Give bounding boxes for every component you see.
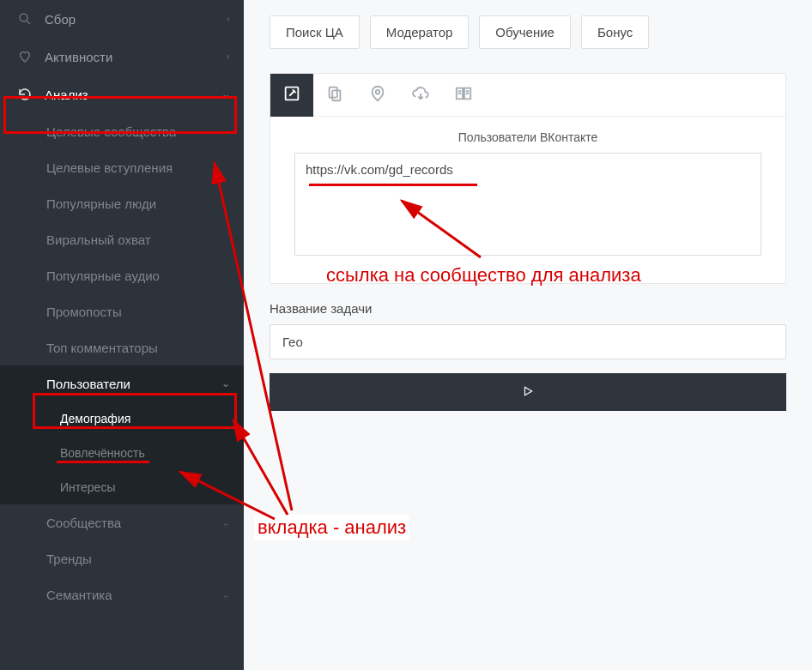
nav-bonus-button[interactable]: Бонус [581,15,649,49]
sidebar-sub-viral-reach[interactable]: Виральный охват [0,221,244,257]
sidebar: Сбор ‹ Активности ‹ Анализ ⌄ Целевые соо… [0,0,244,670]
sidebar-sub-top-commenters[interactable]: Топ комментаторы [0,329,244,365]
sidebar-sub-popular-people[interactable]: Популярные люди [0,185,244,221]
run-button[interactable] [270,373,786,411]
input-panel: Пользователи ВКонтакте [270,73,786,284]
sidebar-sub-popular-audio[interactable]: Популярные аудио [0,257,244,293]
task-name-label: Название задачи [270,301,786,316]
tool-book-button[interactable] [442,74,485,117]
copy-icon [325,84,344,106]
url-textarea[interactable] [294,153,761,256]
panel-title: Пользователи ВКонтакте [294,130,761,144]
chevron-down-icon: ⌄ [221,516,230,528]
heart-icon [17,49,33,64]
history-icon [17,87,33,102]
tool-row [270,74,785,117]
tool-copy-button[interactable] [313,74,356,117]
location-pin-icon [368,84,387,106]
tool-edit-button[interactable] [270,74,313,117]
chevron-left-icon: ‹ [227,13,230,25]
svg-rect-4 [332,90,340,100]
svg-rect-3 [330,87,337,97]
sidebar-sub-trends[interactable]: Тренды [0,540,244,576]
sidebar-item-activities[interactable]: Активности ‹ [0,38,244,75]
nav-search-ca-button[interactable]: Поиск ЦА [270,15,360,49]
tool-cloud-button[interactable] [399,74,442,117]
sidebar-item-analysis[interactable]: Анализ ⌄ [0,75,244,113]
sidebar-label: Сбор [45,12,76,27]
chevron-down-icon: ⌄ [221,88,230,100]
nav-training-button[interactable]: Обучение [479,15,571,49]
search-icon [17,11,33,27]
chevron-down-icon: ⌄ [221,589,230,601]
chevron-down-icon: ⌄ [221,377,230,389]
sidebar-item-sbor[interactable]: Сбор ‹ [0,0,244,38]
top-nav: Поиск ЦА Модератор Обучение Бонус [270,15,786,49]
svg-line-1 [27,21,30,24]
nav-moderator-button[interactable]: Модератор [370,15,470,49]
sidebar-sub-semantics[interactable]: Семантика ⌄ [0,576,244,613]
sidebar-label: Анализ [45,88,88,102]
sidebar-sub-communities[interactable]: Сообщества ⌄ [0,504,244,540]
sidebar-sub-promoposts[interactable]: Промопосты [0,293,244,329]
play-icon [522,385,534,400]
sidebar-sub-target-joins[interactable]: Целевые вступления [0,149,244,185]
sidebar-label: Активности [45,50,112,64]
sidebar-sub2-engagement[interactable]: Вовлечённость [0,436,244,470]
sidebar-sub-users[interactable]: Пользователи ⌄ [0,365,244,401]
book-icon [454,84,473,106]
cloud-download-icon [411,84,430,106]
task-name-input[interactable] [270,324,786,359]
tool-geo-button[interactable] [356,74,399,117]
edit-icon [282,84,301,106]
svg-marker-10 [525,387,532,395]
chevron-left-icon: ‹ [227,51,230,63]
sidebar-sub2-interests[interactable]: Интересы [0,470,244,504]
main-content: Поиск ЦА Модератор Обучение Бонус [244,0,812,670]
svg-point-5 [376,89,380,94]
sidebar-sub-target-communities[interactable]: Целевые сообщества [0,113,244,149]
svg-point-0 [20,14,27,21]
sidebar-sub2-demography[interactable]: Демография [0,401,244,436]
